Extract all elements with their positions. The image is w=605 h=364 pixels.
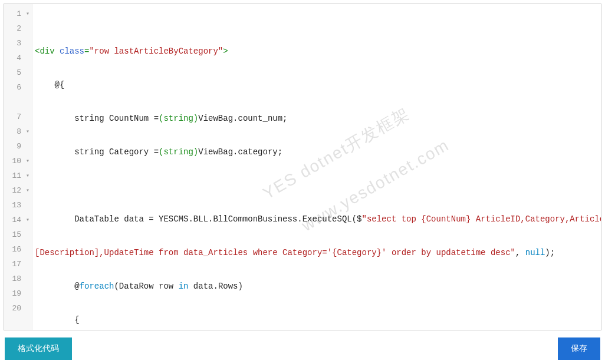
- line-number: 6: [4, 80, 32, 95]
- line-number: 10: [4, 154, 32, 168]
- code-line: [Description],UpdateTime from data_Artic…: [32, 246, 601, 260]
- line-number: 14: [4, 213, 32, 227]
- line-number: 16: [4, 242, 32, 257]
- line-number: 8: [4, 124, 32, 139]
- line-number: 17: [4, 257, 32, 272]
- line-number: 4: [4, 51, 32, 65]
- line-number: 5: [4, 65, 32, 80]
- line-number: 1: [4, 6, 32, 21]
- line-number: 19: [4, 286, 32, 301]
- save-button[interactable]: 保存: [558, 337, 600, 360]
- line-number: 12: [4, 183, 32, 198]
- line-number: 20: [4, 301, 32, 316]
- line-number: 18: [4, 272, 32, 286]
- code-line: {: [32, 313, 601, 327]
- code-line: @{: [32, 78, 601, 92]
- line-number: 7: [4, 110, 32, 124]
- code-line: DataTable data = YESCMS.BLL.BllCommonBus…: [32, 212, 601, 227]
- code-line: string CountNum =(string)ViewBag.count_n…: [32, 111, 601, 126]
- line-number-gutter: 1234567891011121314151617181920: [4, 4, 32, 330]
- line-number: [4, 95, 32, 110]
- code-line: string Category =(string)ViewBag.categor…: [32, 145, 601, 160]
- code-line: [32, 178, 601, 193]
- code-editor[interactable]: 1234567891011121314151617181920 YES dotn…: [4, 4, 601, 330]
- format-code-button[interactable]: 格式化代码: [5, 337, 72, 360]
- line-number: 3: [4, 36, 32, 51]
- code-area[interactable]: YES dotnet开发框架 www.yesdotnet.com <div cl…: [32, 4, 601, 330]
- code-line: <div class="row lastArticleByCategory">: [32, 44, 601, 59]
- toolbar: 格式化代码 保存: [4, 337, 601, 361]
- line-number: 15: [4, 227, 32, 242]
- line-number: 13: [4, 198, 32, 213]
- line-number: 9: [4, 139, 32, 154]
- line-number: 2: [4, 21, 32, 36]
- line-number: 11: [4, 168, 32, 183]
- code-line: @foreach(DataRow row in data.Rows): [32, 279, 601, 294]
